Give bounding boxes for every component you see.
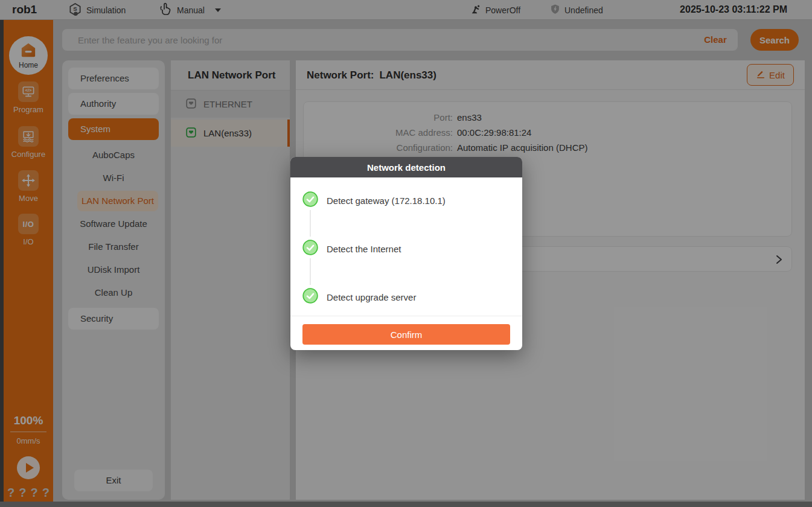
success-check-icon [302, 288, 318, 306]
dialog-footer: Confirm [290, 316, 522, 350]
success-check-icon [302, 240, 318, 258]
step-connector [310, 210, 311, 237]
detect-step-internet: Detect the Internet [302, 240, 401, 258]
detect-step-upgrade-server: Detect upgrade server [302, 288, 416, 306]
dialog-body: Detect gateway (172.18.10.1) Detect the … [290, 177, 522, 316]
detect-step-label: Detect upgrade server [327, 292, 416, 302]
dialog-title: Network detection [290, 157, 522, 177]
step-connector [310, 258, 311, 285]
detect-step-gateway: Detect gateway (172.18.10.1) [302, 191, 446, 209]
detect-step-label: Detect gateway (172.18.10.1) [327, 196, 446, 206]
detect-step-label: Detect the Internet [327, 244, 401, 254]
app-screen: rob1 S Simulation Manual PowerOff Undef [0, 0, 812, 507]
confirm-button[interactable]: Confirm [302, 324, 510, 345]
network-detection-dialog: Network detection Detect gateway (172.18… [290, 157, 522, 350]
success-check-icon [302, 191, 318, 209]
